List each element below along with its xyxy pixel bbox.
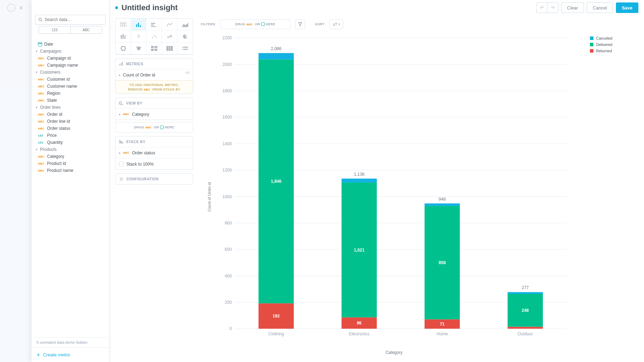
legend-item[interactable]: Delivered	[590, 41, 612, 48]
search-input[interactable]	[45, 17, 103, 22]
viz-type-7[interactable]	[146, 31, 162, 42]
viz-type-8[interactable]	[162, 31, 177, 42]
svg-rect-41	[119, 102, 120, 105]
catalog-group[interactable]: ▾Products	[36, 146, 109, 153]
viz-type-12[interactable]	[146, 42, 162, 54]
catalog-group[interactable]: ▾Customers	[36, 69, 109, 76]
sort-button[interactable]: ▾	[329, 19, 343, 29]
viz-type-0[interactable]	[116, 19, 131, 31]
bar-segment[interactable]	[508, 327, 543, 329]
catalog-item[interactable]: ABCRegion	[36, 90, 109, 97]
stackby-header: STACK BY	[116, 136, 193, 147]
date-icon	[38, 42, 42, 46]
toggle-attributes[interactable]: ABC	[71, 26, 102, 33]
bar-segment[interactable]	[342, 179, 377, 182]
configuration-toggle[interactable]: CONFIGURATION	[115, 173, 193, 185]
catalog-item-date[interactable]: Date	[36, 41, 109, 48]
bar-segment[interactable]	[258, 53, 294, 59]
filters-dropzone[interactable]: DRAGABCOR HERE	[220, 19, 290, 29]
toggle-measures[interactable]: 123	[39, 26, 71, 33]
svg-text:2000: 2000	[222, 62, 232, 67]
viz-type-4[interactable]	[177, 19, 193, 31]
type-toggle[interactable]: 123 ABC	[39, 26, 102, 34]
search-input-wrap[interactable]	[35, 15, 106, 25]
svg-text:277: 277	[522, 285, 529, 290]
svg-rect-45	[119, 140, 120, 143]
plus-icon: +	[37, 352, 40, 358]
viz-type-1[interactable]	[131, 19, 146, 31]
viz-type-5[interactable]	[116, 31, 131, 42]
insight-title[interactable]: Untitled insight	[121, 3, 178, 12]
svg-rect-14	[121, 35, 122, 39]
plot-svg: 0200400600800100012001400160018002000220…	[218, 35, 570, 337]
metrics-icon	[119, 62, 123, 66]
filter-options-button[interactable]	[295, 19, 305, 29]
undo-button[interactable]: ↶	[536, 2, 547, 13]
stackby-item[interactable]: ▸ ABC Order status	[116, 147, 193, 158]
stack-to-100-row[interactable]: Stack to 100%	[116, 158, 193, 169]
catalog-item[interactable]: ABCCustomer id	[36, 76, 109, 83]
catalog-item[interactable]: ABCOrder line id	[36, 118, 109, 125]
chevron-down-icon: ▾	[36, 148, 39, 151]
svg-text:0: 0	[229, 326, 232, 331]
cancel-button[interactable]: Cancel	[587, 2, 613, 13]
chevron-down-icon: ▾	[36, 71, 39, 74]
stackby-icon	[119, 140, 123, 144]
viz-type-6[interactable]: X	[131, 31, 146, 42]
metrics-bucket: METRICS ▸ Count of Order id M1 TO ADD AD…	[115, 58, 193, 94]
viz-type-9[interactable]	[177, 31, 193, 42]
legend-item[interactable]: Canceled	[590, 35, 612, 41]
bar-segment[interactable]	[508, 292, 543, 294]
sort-label: SORT	[315, 22, 324, 26]
viewby-item-label: Category	[132, 112, 149, 117]
catalog-item[interactable]: ABCCategory	[36, 153, 109, 160]
viz-type-13[interactable]	[162, 42, 177, 54]
redo-button[interactable]: ↷	[547, 2, 558, 13]
clear-button[interactable]: Clear	[561, 2, 584, 13]
catalog-item[interactable]: 123Price	[36, 132, 109, 139]
viewby-dropzone[interactable]: DRAGABCOR HERE	[115, 122, 193, 133]
viz-type-14[interactable]	[177, 42, 193, 54]
bar-segment[interactable]	[425, 203, 460, 206]
viewby-item[interactable]: ▸ ABC Category	[116, 108, 193, 120]
svg-text:1,846: 1,846	[271, 179, 281, 184]
svg-text:2,086: 2,086	[271, 46, 281, 51]
catalog-item[interactable]: ABCOrder id	[36, 111, 109, 118]
stack-to-100-label: Stack to 100%	[126, 162, 153, 167]
svg-point-22	[167, 36, 169, 38]
svg-rect-46	[121, 141, 122, 143]
legend-item[interactable]: Returned	[590, 48, 612, 54]
catalog-item[interactable]: ABCCustomer name	[36, 83, 109, 90]
legend-swatch	[590, 36, 593, 40]
save-button[interactable]: Save	[616, 2, 638, 13]
viz-type-11[interactable]	[131, 42, 146, 54]
catalog-item[interactable]: ABCState	[36, 97, 109, 104]
svg-marker-13	[182, 23, 188, 27]
create-metric-button[interactable]: + Create metric	[32, 347, 109, 362]
catalog-item[interactable]: 123Quantity	[36, 139, 109, 146]
catalog-group[interactable]: ▾Campaigns	[36, 48, 109, 55]
viz-type-10[interactable]	[116, 42, 131, 54]
viz-type-2[interactable]	[146, 19, 162, 31]
svg-text:71: 71	[440, 322, 445, 327]
viz-type-3[interactable]	[162, 19, 177, 31]
metrics-header: METRICS	[116, 59, 193, 69]
svg-rect-32	[169, 46, 170, 51]
svg-rect-47	[122, 142, 123, 143]
checkbox-icon[interactable]	[119, 162, 124, 166]
date-icon	[261, 22, 265, 26]
catalog-item[interactable]: ABCCampaign id	[36, 55, 109, 62]
legend-label: Returned	[596, 49, 612, 53]
catalog-item[interactable]: ABCCampaign name	[36, 62, 109, 69]
plot: 0200400600800100012001400160018002000220…	[218, 35, 570, 337]
catalog-group[interactable]: ▾Order lines	[36, 104, 109, 111]
svg-rect-29	[151, 49, 154, 51]
metric-item[interactable]: ▸ Count of Order id M1	[116, 69, 193, 80]
catalog-item[interactable]: ABCOrder status	[36, 125, 109, 132]
svg-text:1600: 1600	[222, 115, 232, 120]
catalog-item[interactable]: ABCProduct name	[36, 167, 109, 174]
workspace-strip: d	[0, 0, 32, 362]
catalog-item[interactable]: ABCProduct id	[36, 160, 109, 167]
svg-rect-34	[182, 47, 183, 48]
svg-text:2200: 2200	[222, 35, 232, 40]
